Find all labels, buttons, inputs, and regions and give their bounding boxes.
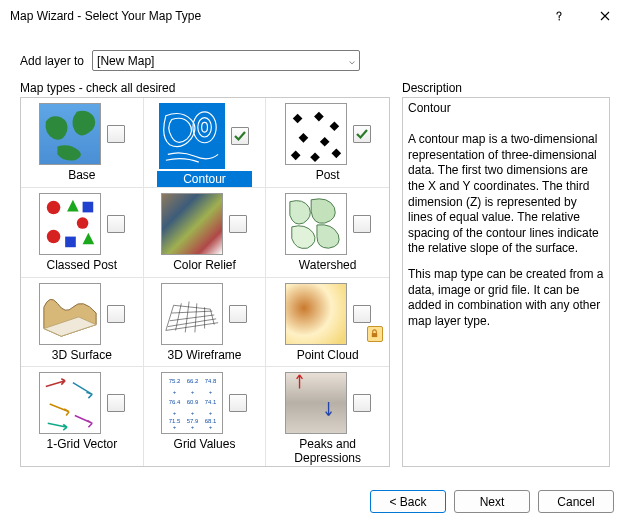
classed-post-checkbox[interactable] bbox=[107, 215, 125, 233]
watershed-thumbnail bbox=[285, 193, 347, 255]
map-type-grid-values[interactable]: 75.266.274.8+++76.460.974.1+++71.557.968… bbox=[144, 367, 267, 466]
color-relief-label: Color Relief bbox=[169, 257, 240, 273]
svg-point-3 bbox=[47, 201, 61, 215]
gridvalues-thumbnail: 75.266.274.8+++76.460.974.1+++71.557.968… bbox=[161, 372, 223, 434]
map-type-post[interactable]: Post bbox=[266, 98, 389, 188]
lock-icon bbox=[367, 326, 383, 342]
peaks-thumbnail bbox=[285, 372, 347, 434]
post-checkbox[interactable] bbox=[353, 125, 371, 143]
svg-point-4 bbox=[47, 230, 61, 244]
pointcloud-checkbox[interactable] bbox=[353, 305, 371, 323]
map-type-contour[interactable]: Contour bbox=[144, 98, 267, 188]
pointcloud-label: Point Cloud bbox=[293, 347, 363, 363]
description-label: Description bbox=[402, 81, 610, 95]
cancel-button[interactable]: Cancel bbox=[538, 490, 614, 513]
surface3d-label: 3D Surface bbox=[48, 347, 116, 363]
contour-thumbnail bbox=[159, 103, 225, 169]
color-relief-thumbnail bbox=[161, 193, 223, 255]
help-button[interactable] bbox=[536, 0, 582, 32]
add-layer-label: Add layer to bbox=[20, 54, 84, 68]
map-type-point-cloud[interactable]: Point Cloud bbox=[266, 278, 389, 368]
svg-rect-8 bbox=[372, 333, 377, 337]
map-type-3d-surface[interactable]: 3D Surface bbox=[21, 278, 144, 368]
help-icon bbox=[554, 11, 564, 21]
color-relief-checkbox[interactable] bbox=[229, 215, 247, 233]
peaks-label: Peaks and Depressions bbox=[266, 436, 389, 466]
base-thumbnail bbox=[39, 103, 101, 165]
chevron-down-icon: ⌵ bbox=[349, 55, 355, 66]
description-p1: A contour map is a two-dimensional repre… bbox=[408, 132, 604, 257]
map-types-label: Map types - check all desired bbox=[20, 81, 390, 95]
classed-post-label: Classed Post bbox=[42, 257, 121, 273]
surface3d-thumbnail bbox=[39, 283, 101, 345]
map-type-peaks[interactable]: Peaks and Depressions bbox=[266, 367, 389, 466]
gridvector-label: 1-Grid Vector bbox=[42, 436, 121, 452]
gridvector-thumbnail bbox=[39, 372, 101, 434]
close-icon bbox=[600, 11, 610, 21]
map-type-grid-vector[interactable]: 1-Grid Vector bbox=[21, 367, 144, 466]
map-type-base[interactable]: Base bbox=[21, 98, 144, 188]
svg-point-1 bbox=[198, 118, 212, 137]
gridvalues-checkbox[interactable] bbox=[229, 394, 247, 412]
watershed-label: Watershed bbox=[295, 257, 361, 273]
map-target-select[interactable]: [New Map] ⌵ bbox=[92, 50, 360, 71]
watershed-checkbox[interactable] bbox=[353, 215, 371, 233]
wireframe-thumbnail bbox=[161, 283, 223, 345]
svg-point-2 bbox=[202, 122, 208, 132]
map-type-classed-post[interactable]: Classed Post bbox=[21, 188, 144, 278]
contour-checkbox[interactable] bbox=[231, 127, 249, 145]
map-type-watershed[interactable]: Watershed bbox=[266, 188, 389, 278]
svg-point-5 bbox=[77, 217, 89, 229]
gridvector-checkbox[interactable] bbox=[107, 394, 125, 412]
close-button[interactable] bbox=[582, 0, 628, 32]
titlebar: Map Wizard - Select Your Map Type bbox=[0, 0, 628, 32]
next-button[interactable]: Next bbox=[454, 490, 530, 513]
gridvalues-label: Grid Values bbox=[170, 436, 240, 452]
dialog-title: Map Wizard - Select Your Map Type bbox=[10, 9, 536, 23]
surface3d-checkbox[interactable] bbox=[107, 305, 125, 323]
map-type-3d-wireframe[interactable]: 3D Wireframe bbox=[144, 278, 267, 368]
map-type-color-relief[interactable]: Color Relief bbox=[144, 188, 267, 278]
footer-buttons: < Back Next Cancel bbox=[370, 490, 614, 513]
pointcloud-thumbnail bbox=[285, 283, 347, 345]
contour-label: Contour bbox=[157, 171, 252, 187]
svg-point-0 bbox=[193, 112, 216, 143]
select-value: [New Map] bbox=[97, 54, 154, 68]
svg-rect-6 bbox=[82, 202, 93, 213]
wireframe-checkbox[interactable] bbox=[229, 305, 247, 323]
svg-rect-7 bbox=[65, 237, 76, 248]
wireframe-label: 3D Wireframe bbox=[163, 347, 245, 363]
base-checkbox[interactable] bbox=[107, 125, 125, 143]
classed-post-thumbnail bbox=[39, 193, 101, 255]
back-button[interactable]: < Back bbox=[370, 490, 446, 513]
post-thumbnail bbox=[285, 103, 347, 165]
description-p2: This map type can be created from a data… bbox=[408, 267, 604, 329]
peaks-checkbox[interactable] bbox=[353, 394, 371, 412]
post-label: Post bbox=[312, 167, 344, 183]
content-area: Add layer to [New Map] ⌵ Map types - che… bbox=[0, 32, 628, 467]
base-label: Base bbox=[64, 167, 99, 183]
map-types-grid: Base bbox=[20, 97, 390, 467]
description-box: Contour A contour map is a two-dimension… bbox=[402, 97, 610, 467]
description-title: Contour bbox=[408, 101, 604, 117]
